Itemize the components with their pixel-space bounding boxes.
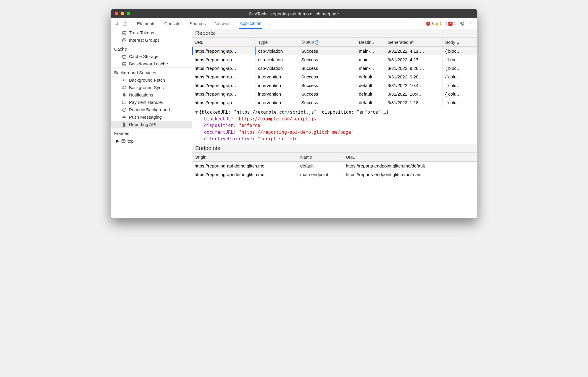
report-cell-status: Success [299, 55, 356, 64]
db-icon [122, 62, 127, 66]
report-cell-url: https://reporting-ap… [192, 81, 256, 90]
svg-point-3 [471, 22, 471, 22]
sidebar-item-label: Background Sync [129, 85, 164, 90]
report-cell-gen: 3/31/2022, 9:28:… [385, 72, 443, 81]
svg-point-5 [471, 25, 471, 25]
detail-prop-blockedURL: blockedURL: "https://example.com/script.… [195, 116, 474, 123]
reports-col-generatedat[interactable]: Generated at [385, 38, 443, 47]
reports-col-url[interactable]: URL [192, 38, 256, 47]
issues-badge[interactable]: ✕1 [446, 21, 458, 26]
report-cell-body: {"bloc… [443, 47, 477, 56]
report-cell-body: {"bloc… [443, 64, 477, 72]
kebab-menu-icon[interactable] [467, 21, 475, 26]
report-cell-type: intervention [256, 72, 299, 81]
disclosure-triangle-icon: ▶ [116, 138, 119, 144]
warning-icon [435, 22, 439, 25]
report-cell-body: {"bloc… [443, 55, 477, 64]
main-panel: Reports URLTypeStatus?Destin…Generated a… [192, 29, 477, 218]
report-cell-dest: default [356, 72, 385, 81]
sync-icon [122, 85, 127, 90]
expand-triangle-icon[interactable]: ▼ [195, 109, 198, 115]
reports-table: URLTypeStatus?Destin…Generated atBody▲ h… [192, 38, 477, 107]
sidebar-item-back/forward-cache[interactable]: Back/forward cache [111, 60, 192, 67]
endpoint-row[interactable]: https://reporting-api-demo.glitch.medefa… [192, 161, 477, 170]
report-row[interactable]: https://reporting-ap…interventionSuccess… [192, 98, 477, 107]
sidebar-item-label: Trust Tokens [129, 30, 154, 35]
sidebar-item-payment-handler[interactable]: Payment Handler [111, 99, 192, 106]
report-row[interactable]: https://reporting-ap…interventionSuccess… [192, 81, 477, 90]
error-warning-badge[interactable]: ✕3 1 [424, 21, 444, 26]
report-cell-status: Success [299, 98, 356, 107]
db-icon [122, 38, 127, 43]
sidebar-item-trust-tokens[interactable]: Trust Tokens [111, 29, 192, 36]
db-icon [122, 30, 127, 35]
sidebar-item-periodic-background[interactable]: Periodic Background [111, 106, 192, 113]
report-cell-status: Success [299, 64, 356, 72]
report-cell-status: Success [299, 81, 356, 90]
sidebar-item-reporting-api[interactable]: Reporting API [111, 121, 192, 128]
sidebar-item-cache-storage[interactable]: Cache Storage [111, 53, 192, 60]
report-cell-status: Success [299, 47, 356, 56]
tab-console[interactable]: Console [164, 18, 181, 29]
sidebar-item-label: Interest Groups [129, 38, 159, 43]
report-row[interactable]: https://reporting-ap…csp-violationSucces… [192, 64, 477, 72]
report-detail-viewer[interactable]: ▼{blockedURL: "https://example.com/scrip… [192, 107, 477, 144]
reports-panel-title: Reports [192, 29, 477, 38]
frame-icon [121, 139, 126, 143]
report-cell-dest: main-… [356, 64, 385, 72]
report-row[interactable]: https://reporting-ap…interventionSuccess… [192, 72, 477, 81]
devtools-window: DevTools - reporting-api-demo.glitch.me/… [111, 9, 477, 218]
reports-col-status[interactable]: Status? [299, 38, 356, 47]
help-icon[interactable]: ? [315, 40, 319, 45]
endpoints-col-name[interactable]: Name [298, 153, 343, 162]
main-toolbar: ElementsConsoleSourcesNetworkApplication… [111, 18, 477, 29]
report-cell-type: csp-violation [256, 64, 299, 72]
more-tabs-icon[interactable]: » [269, 21, 271, 26]
endpoints-col-url[interactable]: URL [343, 153, 477, 162]
svg-point-6 [123, 31, 126, 32]
sidebar-item-label: Notifications [129, 92, 153, 97]
device-toolbar-icon[interactable] [122, 21, 128, 26]
endpoint-cell-origin: https://reporting-api-demo.glitch.me [192, 161, 298, 170]
reports-col-body[interactable]: Body▲ [443, 38, 477, 47]
report-row[interactable]: https://reporting-ap…interventionSuccess… [192, 90, 477, 98]
sidebar-item-label: Cache Storage [129, 54, 159, 59]
settings-icon[interactable] [458, 21, 467, 26]
inspect-icon[interactable] [114, 21, 119, 26]
sidebar-item-push-messaging[interactable]: Push Messaging [111, 113, 192, 121]
cloud-icon [122, 115, 127, 120]
sidebar-item-background-sync[interactable]: Background Sync [111, 84, 192, 91]
reports-col-type[interactable]: Type [256, 38, 299, 47]
report-cell-url: https://reporting-ap… [192, 72, 256, 81]
endpoint-row[interactable]: https://reporting-api-demo.glitch.memain… [192, 170, 477, 179]
report-cell-status: Success [299, 90, 356, 98]
report-row[interactable]: https://reporting-ap…csp-violationSucces… [192, 47, 477, 56]
detail-prop-effectiveDirective: effectiveDirective: "script-src-elem" [195, 136, 474, 142]
report-cell-gen: 3/31/2022, 4:17:… [385, 55, 443, 64]
report-row[interactable]: https://reporting-ap…csp-violationSucces… [192, 55, 477, 64]
reports-col-destin[interactable]: Destin… [356, 38, 385, 47]
report-cell-body: {"colu… [443, 90, 477, 98]
sidebar-item-label: Payment Handler [129, 100, 163, 105]
frames-section-header: Frames [111, 128, 192, 137]
report-cell-status: Success [299, 72, 356, 81]
sidebar-item-label: Reporting API [129, 122, 156, 127]
report-cell-type: intervention [256, 90, 299, 98]
sidebar-item-notifications[interactable]: Notifications [111, 91, 192, 99]
report-cell-gen: 3/31/2022, 10:4… [385, 81, 443, 90]
tab-application[interactable]: Application [239, 18, 262, 29]
sidebar-item-background-fetch[interactable]: Background Fetch [111, 76, 192, 84]
file-icon [122, 122, 127, 127]
report-cell-type: intervention [256, 81, 299, 90]
report-cell-url: https://reporting-ap… [192, 90, 256, 98]
frame-label: top [127, 138, 134, 144]
endpoints-col-origin[interactable]: Origin [192, 153, 298, 162]
tab-elements[interactable]: Elements [136, 18, 156, 29]
title-bar: DevTools - reporting-api-demo.glitch.me/… [111, 9, 477, 18]
tab-network[interactable]: Network [214, 18, 232, 29]
report-cell-gen: 3/31/2022, 4:11:… [385, 47, 443, 56]
sidebar-item-interest-groups[interactable]: Interest Groups [111, 36, 192, 44]
svg-point-9 [123, 62, 126, 63]
frames-top-item[interactable]: ▶ top [111, 137, 192, 145]
tab-sources[interactable]: Sources [189, 18, 206, 29]
